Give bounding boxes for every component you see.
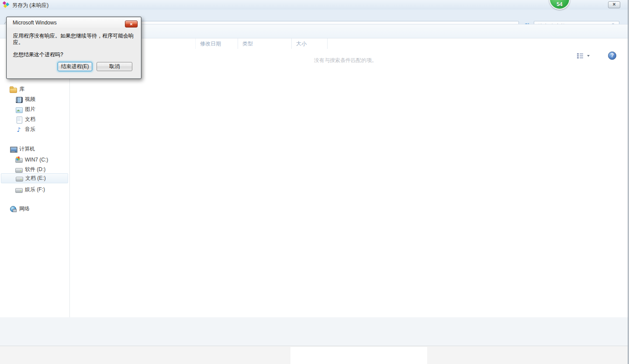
empty-results-message: 没有与搜索条件匹配的项。 (314, 57, 377, 64)
music-icon: ♪ (15, 126, 22, 133)
drive-icon (15, 186, 22, 193)
column-header-date-modified[interactable]: 修改日期 (196, 38, 238, 49)
drive-icon (16, 175, 23, 182)
end-process-button[interactable]: 结束进程(E) (58, 62, 92, 71)
documents-icon (15, 116, 22, 123)
chevron-down-icon (587, 55, 590, 57)
sidebar-item-drive-c[interactable]: WIN7 (C:) (1, 155, 68, 165)
dialog-question-text: 您想结果这个进程吗? (13, 51, 63, 58)
sidebar-item-music[interactable]: ♪ 音乐 (1, 124, 68, 134)
change-view-button[interactable] (577, 52, 596, 60)
network-icon (10, 206, 17, 213)
save-as-window: 另存为 (未响应) × 54 计算机 文档 (E:) 出库单 (0, 0, 629, 364)
views-icon (577, 53, 584, 59)
accelerator-ball-value: 54 (550, 1, 569, 7)
dialog-title: Microsoft Windows (7, 17, 141, 28)
sidebar-item-network[interactable]: 网络 (1, 204, 68, 214)
not-responding-dialog: Microsoft Windows × 应用程序没有响应。如果您继续等待，程序可… (6, 17, 142, 79)
window-title: 另存为 (未响应) (12, 2, 48, 9)
dialog-body-text: 应用程序没有响应。如果您继续等待，程序可能会响应。 (13, 33, 136, 46)
dialog-close-button[interactable]: × (125, 21, 138, 27)
libraries-icon (10, 86, 17, 93)
navigation-pane: 库 视频 图片 文档 ♪ 音乐 计算机 WIN7 (C:) 软件 (D:) (0, 38, 70, 317)
column-header-size[interactable]: 大小 (292, 38, 328, 49)
white-overlay (290, 347, 427, 364)
sidebar-item-videos[interactable]: 视频 (1, 94, 68, 104)
dialog-cancel-button[interactable]: 取消 (97, 62, 132, 71)
title-bar: 另存为 (未响应) × (0, 0, 629, 10)
column-header-type[interactable]: 类型 (238, 38, 292, 49)
videos-icon (15, 96, 22, 103)
sidebar-item-documents[interactable]: 文档 (1, 114, 68, 124)
computer-icon (10, 146, 17, 153)
drive-icon (15, 166, 22, 173)
pictures-icon (15, 106, 22, 113)
sidebar-item-drive-f[interactable]: 娱乐 (F:) (1, 185, 68, 195)
save-form-panel: 文件名(N): 11 保存类型(T): excel文件 (0, 317, 629, 346)
help-button[interactable]: ? (608, 52, 616, 60)
app-icon (3, 1, 10, 8)
sidebar-item-computer[interactable]: 计算机 (1, 144, 68, 154)
sidebar-item-pictures[interactable]: 图片 (1, 104, 68, 114)
sidebar-item-drive-e[interactable]: 文档 (E:) (1, 173, 68, 183)
sidebar-item-libraries[interactable]: 库 (1, 84, 68, 94)
window-close-button[interactable]: × (608, 1, 620, 8)
windows-drive-icon (15, 156, 22, 163)
